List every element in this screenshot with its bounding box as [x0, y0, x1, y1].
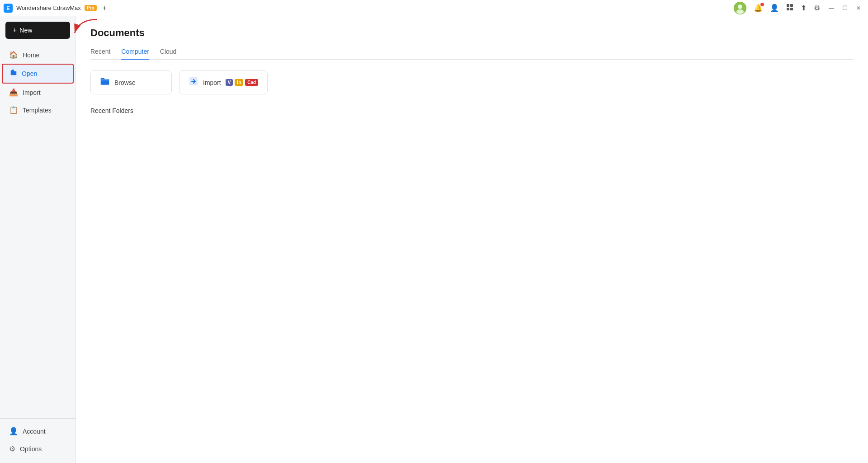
titlebar-right: 🔔 👤 ⬆ ⚙ — ❐ ✕ — [734, 2, 864, 14]
notification-dot — [760, 3, 764, 6]
header-icons: 🔔 👤 ⬆ ⚙ — [734, 2, 820, 14]
import-arrow-icon — [189, 76, 198, 89]
browse-card[interactable]: Browse — [90, 70, 172, 94]
badge-indesign: In — [235, 79, 243, 86]
main-layout: + New 🏠 Home — [0, 16, 868, 463]
sidebar: + New 🏠 Home — [0, 16, 76, 463]
page-title: Documents — [90, 27, 854, 39]
badge-visio: V — [226, 79, 233, 86]
titlebar: E Wondershare EdrawMax Pro + 🔔 👤 — [0, 0, 868, 16]
badge-cad: Cad — [245, 79, 258, 86]
svg-point-1 — [738, 5, 742, 9]
open-icon — [10, 69, 17, 78]
svg-rect-8 — [12, 70, 14, 72]
tabs: Recent Computer Cloud — [90, 48, 854, 60]
new-button[interactable]: + New — [5, 22, 70, 39]
tab-cloud[interactable]: Cloud — [160, 48, 177, 60]
sidebar-account-label: Account — [23, 428, 46, 435]
import-card[interactable]: Import V In Cad — [179, 70, 268, 94]
window-controls: — ❐ ✕ — [826, 2, 864, 14]
sidebar-item-import[interactable]: 📥 Import — [2, 84, 74, 101]
new-tab-button[interactable]: + — [100, 4, 109, 13]
avatar[interactable] — [734, 2, 746, 14]
action-cards: Browse Import V In Cad — [90, 70, 854, 94]
recent-folders-label: Recent Folders — [90, 107, 854, 114]
browse-label: Browse — [114, 79, 136, 86]
sidebar-item-home[interactable]: 🏠 Home — [2, 46, 74, 64]
tab-recent[interactable]: Recent — [90, 48, 110, 60]
browse-icon — [100, 76, 110, 89]
svg-rect-5 — [787, 8, 789, 10]
svg-point-2 — [736, 9, 744, 14]
svg-rect-4 — [790, 4, 793, 7]
account-icon[interactable]: 👤 — [770, 4, 779, 12]
settings-icon[interactable]: ⚙ — [814, 4, 820, 12]
app-name: Wondershare EdrawMax — [16, 5, 81, 11]
bell-icon[interactable]: 🔔 — [754, 4, 763, 12]
minimize-button[interactable]: — — [826, 2, 837, 14]
account-sidebar-icon: 👤 — [9, 427, 18, 435]
pro-badge: Pro — [85, 5, 97, 11]
options-icon: ⚙ — [9, 444, 15, 453]
sidebar-item-open[interactable]: Open — [2, 64, 74, 84]
sidebar-import-label: Import — [23, 89, 41, 96]
import-icon: 📥 — [9, 88, 18, 97]
home-icon: 🏠 — [9, 51, 18, 59]
new-button-label: New — [19, 27, 32, 34]
sidebar-bottom: 👤 Account ⚙ Options — [0, 418, 75, 458]
maximize-button[interactable]: ❐ — [839, 2, 851, 14]
titlebar-left: E Wondershare EdrawMax Pro + — [4, 4, 109, 13]
sidebar-nav: 🏠 Home Open 📥 Import 📋 Templates — [0, 46, 75, 418]
sidebar-item-templates[interactable]: 📋 Templates — [2, 101, 74, 119]
plus-icon: + — [13, 26, 17, 34]
close-button[interactable]: ✕ — [853, 2, 864, 14]
sidebar-options-label: Options — [20, 445, 42, 453]
svg-rect-6 — [790, 8, 793, 10]
svg-rect-3 — [787, 4, 789, 7]
app-logo: E — [4, 4, 13, 13]
sidebar-item-options[interactable]: ⚙ Options — [2, 440, 74, 458]
apps-grid-icon[interactable] — [786, 4, 793, 13]
sidebar-item-account[interactable]: 👤 Account — [2, 422, 74, 440]
sidebar-home-label: Home — [23, 51, 39, 59]
tab-computer[interactable]: Computer — [121, 48, 149, 60]
upload-icon[interactable]: ⬆ — [801, 4, 807, 12]
sidebar-templates-label: Templates — [23, 107, 52, 114]
content-area: Documents Recent Computer Cloud Browse — [76, 16, 868, 463]
sidebar-open-label: Open — [22, 70, 37, 77]
templates-icon: 📋 — [9, 106, 18, 114]
import-label: Import — [203, 79, 221, 86]
file-badges: V In Cad — [226, 79, 258, 86]
